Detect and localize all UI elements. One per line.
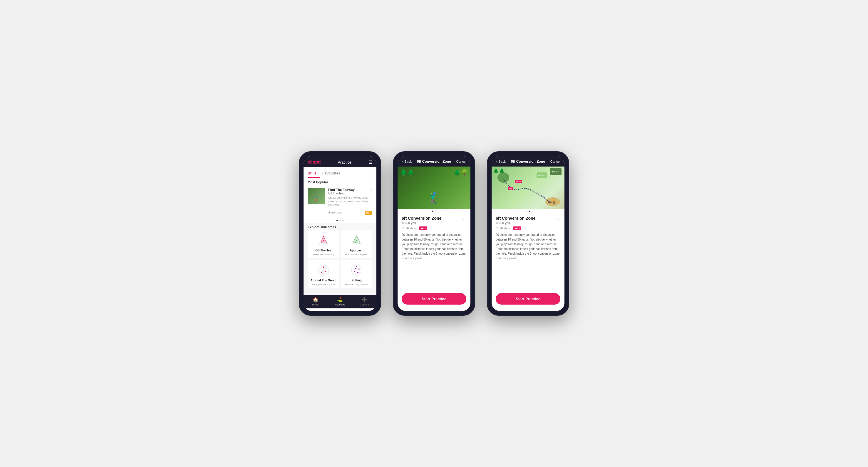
- map-dot-1: [526, 210, 527, 212]
- skill-icon-atg: [316, 263, 331, 277]
- home-indicator-3: [516, 308, 540, 309]
- svg-point-32: [357, 272, 359, 273]
- header-title: Practice: [338, 160, 351, 165]
- nav-home[interactable]: 🏠 Home: [304, 297, 328, 306]
- map-trees: 🌲🌲: [493, 168, 505, 174]
- skill-name-putting: Putting: [351, 279, 362, 282]
- tabs-bar: Drills Favourites: [304, 167, 376, 178]
- favourite-star-3[interactable]: ☆: [557, 216, 560, 221]
- phone2-content: 🌲🌲🌳 🌳🌲🌲 🏌️ 🏌️‍♂️ 🌲🌲 🌲🌳: [398, 167, 470, 290]
- radar-chart-atg: [316, 263, 331, 277]
- phone3-content: 🌲🌲 ROUGH FAIRWAY Hit: [492, 167, 564, 290]
- phone3-drill-info: 6ft Conversion Zone 10-50 yds ☆ ⏱ 20 sho…: [492, 213, 564, 263]
- svg-point-34: [355, 268, 356, 269]
- phone3-drill-header: 6ft Conversion Zone 10-50 yds ☆: [496, 216, 560, 225]
- nav-activities[interactable]: ⛳ Activities: [328, 297, 352, 306]
- phone1-content: Most Popular Find The Fairway Off The Te…: [304, 178, 376, 295]
- phone-3: < Back 6ft Conversion Zone Cancel 🌲🌲: [487, 151, 569, 316]
- drill-range: 10-50 yds: [402, 221, 441, 225]
- phone3-arg-badge: ARG: [513, 227, 521, 230]
- nav-home-label: Home: [312, 303, 319, 306]
- phone2-header-title: 6ft Conversion Zone: [417, 160, 451, 164]
- skill-off-the-tee[interactable]: Off The Tee Power and accuracy: [308, 230, 339, 258]
- home-icon: 🏠: [313, 297, 318, 302]
- svg-point-22: [325, 271, 326, 272]
- start-practice-button-3[interactable]: Start Practice: [496, 293, 560, 305]
- back-button[interactable]: < Back: [402, 160, 412, 163]
- most-popular-title: Most Popular: [304, 178, 376, 185]
- activities-icon: ⛳: [337, 297, 343, 302]
- drill-info: 6ft Conversion Zone 10-50 yds ☆ ⏱ 20 sho…: [398, 213, 470, 263]
- nav-capture[interactable]: ➕ Capture: [352, 297, 376, 306]
- cancel-button-3[interactable]: Cancel: [550, 160, 560, 163]
- svg-point-35: [548, 201, 551, 204]
- phone3-drill-name: 6ft Conversion Zone: [496, 216, 535, 221]
- drill-description-text: 20 shots are randomly generated at dista…: [402, 233, 466, 261]
- map-image-dots: [492, 209, 564, 213]
- svg-point-24: [327, 268, 327, 269]
- phone1-header: clippd Practice ☰: [304, 156, 376, 167]
- skill-desc-putting: Make and lag practice: [345, 283, 368, 286]
- timer-icon-3: ⏱: [496, 227, 499, 230]
- bottom-nav: 🏠 Home ⛳ Activities ➕ Capture: [304, 295, 376, 308]
- svg-point-15: [356, 240, 357, 241]
- explore-title: Explore skill areas: [304, 223, 376, 230]
- nav-capture-label: Capture: [360, 303, 369, 306]
- favourite-icon[interactable]: ☆: [369, 188, 372, 192]
- shots-info: ⏱ 20 shots: [402, 227, 417, 230]
- clock-icon: ⏱: [328, 211, 331, 214]
- featured-drill-card[interactable]: Find The Fairway Off The Tee ☆ Create an…: [304, 185, 376, 218]
- back-button-3[interactable]: < Back: [496, 160, 506, 163]
- phone3-drill-meta: ⏱ 20 shots ARG: [496, 227, 560, 230]
- drill-header: 6ft Conversion Zone 10-50 yds ☆: [402, 216, 466, 225]
- skill-putting[interactable]: Putting Make and lag practice: [341, 260, 372, 288]
- skill-approach[interactable]: Approach Dial-in to hit the green: [341, 230, 372, 258]
- map-fairway-area: 🌲🌲 ROUGH FAIRWAY Hit: [492, 167, 564, 209]
- skill-icon-ott: [316, 233, 331, 247]
- phone3-shots-info: ⏱ 20 shots: [496, 227, 511, 230]
- drill-card-body: Find The Fairway Off The Tee ☆ Create an…: [328, 188, 372, 215]
- timer-icon: ⏱: [402, 227, 405, 230]
- skill-name-atg: Around The Green: [311, 279, 336, 282]
- skill-name-ott: Off The Tee: [315, 249, 331, 252]
- tab-favourites[interactable]: Favourites: [322, 169, 344, 178]
- shots-count: ⏱ 10 shots: [328, 211, 342, 214]
- drill-card-footer: ⏱ 10 shots OTT: [328, 209, 372, 215]
- phone3-header: < Back 6ft Conversion Zone Cancel: [492, 156, 564, 167]
- home-indicator: [328, 309, 352, 310]
- drill-description: Create an imaginary fairway using trees …: [328, 196, 372, 207]
- image-dots: [398, 209, 470, 213]
- nav-activities-label: Activities: [335, 303, 345, 306]
- phone3-drill-description: 20 shots are randomly generated at dista…: [496, 233, 560, 261]
- skill-desc-approach: Dial-in to hit the green: [345, 253, 368, 256]
- svg-point-30: [356, 266, 357, 267]
- dot-3: [342, 220, 344, 221]
- drill-card-image: [308, 188, 325, 204]
- svg-point-23: [321, 272, 322, 273]
- tab-drills[interactable]: Drills: [308, 169, 320, 178]
- start-practice-button[interactable]: Start Practice: [402, 293, 466, 305]
- svg-point-21: [322, 266, 324, 268]
- phones-container: clippd Practice ☰ Drills Favourites Most…: [299, 151, 569, 316]
- skill-icon-approach: [349, 233, 364, 247]
- cancel-button[interactable]: Cancel: [456, 160, 466, 163]
- menu-icon[interactable]: ☰: [369, 160, 372, 165]
- drill-map-image: 🌲🌲 ROUGH FAIRWAY Hit: [492, 167, 564, 209]
- dot-1: [336, 220, 338, 221]
- skill-name-approach: Approach: [350, 249, 364, 252]
- skill-icon-putting: [349, 263, 364, 277]
- app-logo: clippd: [308, 160, 320, 165]
- skill-around-green[interactable]: Around The Green Hone your short game: [308, 260, 339, 288]
- tree-group-right: 🌲🌳: [454, 169, 468, 176]
- drill-name: 6ft Conversion Zone: [402, 216, 441, 221]
- favourite-star[interactable]: ☆: [463, 216, 466, 221]
- svg-point-7: [323, 240, 324, 241]
- drill-meta: ⏱ 20 shots ARG: [402, 227, 466, 230]
- skill-desc-ott: Power and accuracy: [313, 253, 334, 256]
- phone3-header-title: 6ft Conversion Zone: [511, 160, 545, 164]
- dot-active: [432, 210, 433, 212]
- phone2-header: < Back 6ft Conversion Zone Cancel: [398, 156, 470, 167]
- home-indicator-2: [422, 308, 446, 309]
- dot-2: [339, 220, 341, 221]
- svg-marker-14: [353, 236, 360, 243]
